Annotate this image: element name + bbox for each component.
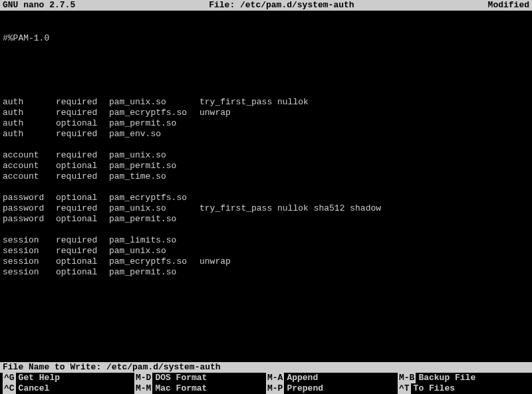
filename-input[interactable] xyxy=(106,362,306,373)
rule-args: unwrap xyxy=(200,108,231,118)
shortcut-item[interactable]: ^GGet Help xyxy=(3,373,134,383)
pam-rule-line: accountoptionalpam_permit.so xyxy=(3,161,529,171)
file-label: File: /etc/pam.d/system-auth xyxy=(75,0,487,11)
rule-module: pam_limits.so xyxy=(109,235,200,246)
shortcut-key: M-D xyxy=(134,373,152,383)
rule-type: account xyxy=(3,150,56,161)
modified-status: Modified xyxy=(488,0,529,11)
shortcut-item[interactable]: M-MMac Format xyxy=(134,383,266,394)
pam-rule-line: sessionoptionalpam_permit.so xyxy=(3,267,529,278)
rule-module: pam_unix.so xyxy=(109,203,200,214)
shortcut-item[interactable]: ^CCancel xyxy=(3,383,134,394)
shortcut-label: Get Help xyxy=(19,373,60,383)
rule-module: pam_permit.so xyxy=(109,118,200,129)
rule-module: pam_permit.so xyxy=(109,161,200,171)
rule-module: pam_env.so xyxy=(109,129,200,140)
pam-rule-line: accountrequiredpam_time.so xyxy=(3,171,529,182)
rule-module: pam_ecryptfs.so xyxy=(109,256,200,267)
rule-control: required xyxy=(56,171,109,182)
shortcut-label: To Files xyxy=(414,383,455,394)
shortcut-key: M-B xyxy=(398,373,416,383)
shortcut-key: M-M xyxy=(134,383,152,394)
rule-args: try_first_pass nullok sha512 shadow xyxy=(200,203,381,214)
title-bar: GNU nano 2.7.5 File: /etc/pam.d/system-a… xyxy=(0,0,532,11)
shortcut-key: ^C xyxy=(3,383,16,394)
rule-args: try_first_pass nullok xyxy=(200,97,309,108)
rule-type: auth xyxy=(3,108,56,118)
rule-control: optional xyxy=(56,214,109,225)
shortcut-item[interactable]: M-PPrepend xyxy=(266,383,398,394)
rule-control: optional xyxy=(56,267,109,278)
rule-type: password xyxy=(3,214,56,225)
rule-type: session xyxy=(3,235,56,246)
shortcut-label: Append xyxy=(287,373,318,383)
rule-type: auth xyxy=(3,118,56,129)
rule-type: session xyxy=(3,267,56,278)
shortcut-item[interactable]: M-BBackup File xyxy=(398,373,529,383)
shortcut-item[interactable]: M-DDOS Format xyxy=(134,373,266,383)
prompt-label: File Name to Write: xyxy=(3,362,106,372)
pam-rule-line: accountrequiredpam_unix.so xyxy=(3,150,529,161)
rule-control: optional xyxy=(56,161,109,171)
pam-rule-line: authrequiredpam_env.so xyxy=(3,129,529,140)
shortcut-label: Mac Format xyxy=(155,383,207,394)
editor-content[interactable]: #%PAM-1.0 authrequiredpam_unix.sotry_fir… xyxy=(0,11,532,290)
rule-control: optional xyxy=(56,256,109,267)
rule-module: pam_ecryptfs.so xyxy=(109,193,200,203)
rule-module: pam_ecryptfs.so xyxy=(109,108,200,118)
blank-line xyxy=(3,65,529,76)
shortcut-key: M-A xyxy=(266,373,284,383)
pam-rule-line: sessionrequiredpam_unix.so xyxy=(3,246,529,256)
rule-type: session xyxy=(3,246,56,256)
rule-control: required xyxy=(56,150,109,161)
rule-module: pam_unix.so xyxy=(109,150,200,161)
shortcut-key: M-P xyxy=(266,383,284,394)
shortcut-label: Cancel xyxy=(19,383,50,394)
blank-line xyxy=(3,182,529,193)
shortcut-item[interactable]: ^TTo Files xyxy=(398,383,529,394)
rule-type: password xyxy=(3,203,56,214)
pam-rule-line: passwordoptionalpam_permit.so xyxy=(3,214,529,225)
file-first-line: #%PAM-1.0 xyxy=(3,33,529,44)
filename-prompt: File Name to Write: xyxy=(0,362,532,373)
rule-type: password xyxy=(3,193,56,203)
rule-type: session xyxy=(3,256,56,267)
pam-rule-line: authoptionalpam_permit.so xyxy=(3,118,529,129)
rule-type: auth xyxy=(3,97,56,108)
pam-rule-line: sessionrequiredpam_limits.so xyxy=(3,235,529,246)
pam-rule-line: authrequiredpam_ecryptfs.sounwrap xyxy=(3,108,529,118)
rule-control: required xyxy=(56,108,109,118)
blank-line xyxy=(3,140,529,150)
app-name: GNU nano 2.7.5 xyxy=(3,0,75,11)
blank-line xyxy=(3,225,529,235)
shortcut-item[interactable]: M-AAppend xyxy=(266,373,398,383)
rule-control: required xyxy=(56,129,109,140)
rule-control: required xyxy=(56,235,109,246)
rule-module: pam_unix.so xyxy=(109,97,200,108)
shortcut-key: ^G xyxy=(3,373,16,383)
rule-module: pam_permit.so xyxy=(109,214,200,225)
rule-args: unwrap xyxy=(200,256,231,267)
rule-control: required xyxy=(56,203,109,214)
rule-control: required xyxy=(56,97,109,108)
shortcut-label: DOS Format xyxy=(155,373,207,383)
rule-control: optional xyxy=(56,118,109,129)
rule-module: pam_unix.so xyxy=(109,246,200,256)
shortcut-key: ^T xyxy=(398,383,411,394)
shortcut-bar: ^GGet HelpM-DDOS FormatM-AAppendM-BBacku… xyxy=(0,373,532,394)
rule-control: optional xyxy=(56,193,109,203)
shortcut-label: Prepend xyxy=(287,383,323,394)
rule-type: account xyxy=(3,161,56,171)
pam-rule-line: authrequiredpam_unix.sotry_first_pass nu… xyxy=(3,97,529,108)
rule-module: pam_permit.so xyxy=(109,267,200,278)
rule-control: required xyxy=(56,246,109,256)
pam-rule-line: passwordrequiredpam_unix.sotry_first_pas… xyxy=(3,203,529,214)
rule-type: auth xyxy=(3,129,56,140)
rule-module: pam_time.so xyxy=(109,171,200,182)
rule-type: account xyxy=(3,171,56,182)
pam-rule-line: passwordoptionalpam_ecryptfs.so xyxy=(3,193,529,203)
shortcut-label: Backup File xyxy=(418,373,475,383)
pam-rule-line: sessionoptionalpam_ecryptfs.sounwrap xyxy=(3,256,529,267)
